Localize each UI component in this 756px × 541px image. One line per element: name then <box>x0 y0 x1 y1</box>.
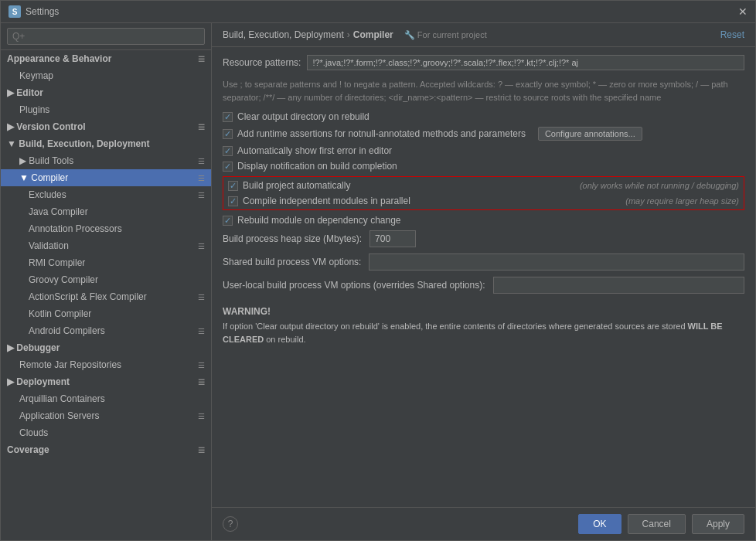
sidebar-item-groovy-compiler[interactable]: Groovy Compiler <box>1 271 211 288</box>
close-button[interactable]: ✕ <box>738 5 747 18</box>
display-notification-checkbox[interactable] <box>223 162 233 172</box>
actionscript-icon: ☰ <box>198 293 205 301</box>
user-local-vm-row: User-local build process VM options (ove… <box>223 277 744 294</box>
sidebar-item-build-execution[interactable]: ▼ Build, Execution, Deployment <box>1 135 211 152</box>
sidebar-item-rmi-compiler[interactable]: RMI Compiler <box>1 254 211 271</box>
resource-patterns-label: Resource patterns: <box>223 55 307 68</box>
show-first-error-checkbox[interactable] <box>223 146 233 156</box>
breadcrumb-project-label: 🔧 For current project <box>404 30 487 40</box>
warning-text: If option 'Clear output directory on reb… <box>223 320 744 345</box>
compile-parallel-checkbox[interactable] <box>228 196 238 206</box>
build-tools-icon: ☰ <box>198 157 205 165</box>
bottom-bar: ? OK Cancel Apply <box>212 507 755 540</box>
sidebar-item-arquillian[interactable]: Arquillian Containers <box>1 390 211 407</box>
heap-size-label: Build process heap size (Mbytes): <box>223 233 362 244</box>
main-content: Appearance & Behavior ☰ Keymap ▶ Editor … <box>1 23 755 540</box>
clear-output-row: Clear output directory on rebuild <box>223 111 744 122</box>
compile-parallel-row: Compile independent modules in parallel … <box>228 196 739 206</box>
warning-box: WARNING! If option 'Clear output directo… <box>223 300 744 352</box>
validation-icon: ☰ <box>198 242 205 250</box>
compile-parallel-label: Compile independent modules in parallel <box>243 196 410 206</box>
deployment-icon: ☰ <box>198 378 205 386</box>
titlebar: S Settings ✕ <box>1 1 755 23</box>
window-title: Settings <box>26 6 59 17</box>
build-automatically-note: (only works while not running / debuggin… <box>580 181 739 190</box>
sidebar-item-actionscript-compiler[interactable]: ActionScript & Flex Compiler ☰ <box>1 288 211 305</box>
sidebar-item-app-servers[interactable]: Application Servers ☰ <box>1 407 211 424</box>
settings-window: S Settings ✕ Appearance & Behavior ☰ Key… <box>0 0 756 541</box>
android-icon: ☰ <box>198 327 205 335</box>
warning-title: WARNING! <box>223 306 744 317</box>
help-text: Use ; to separate patterns and ! to nega… <box>223 77 744 105</box>
clear-output-label: Clear output directory on rebuild <box>237 111 369 122</box>
sidebar-item-appearance[interactable]: Appearance & Behavior ☰ <box>1 50 211 67</box>
breadcrumb-part2: Compiler <box>353 29 393 40</box>
appearance-icon: ☰ <box>198 55 205 63</box>
sidebar-item-android-compilers[interactable]: Android Compilers ☰ <box>1 322 211 339</box>
apply-button[interactable]: Apply <box>692 514 744 534</box>
breadcrumb-separator: › <box>347 29 350 40</box>
sidebar-item-build-tools[interactable]: ▶ Build Tools ☰ <box>1 152 211 169</box>
sidebar-item-annotation-processors[interactable]: Annotation Processors <box>1 220 211 237</box>
shared-vm-input[interactable] <box>369 253 744 270</box>
sidebar-item-version-control[interactable]: ▶ Version Control ☰ <box>1 118 211 135</box>
resource-patterns-input[interactable] <box>307 55 744 70</box>
help-button[interactable]: ? <box>223 516 238 532</box>
sidebar-item-clouds[interactable]: Clouds <box>1 424 211 441</box>
settings-panel: Build, Execution, Deployment › Compiler … <box>212 23 755 540</box>
show-first-error-label: Automatically show first error in editor <box>237 145 392 156</box>
sidebar-item-validation[interactable]: Validation ☰ <box>1 237 211 254</box>
add-runtime-checkbox[interactable] <box>223 129 233 139</box>
add-runtime-label: Add runtime assertions for notnull-annot… <box>237 128 526 139</box>
sidebar-item-editor[interactable]: ▶ Editor <box>1 84 211 101</box>
show-first-error-row: Automatically show first error in editor <box>223 145 744 156</box>
sidebar-item-debugger[interactable]: ▶ Debugger <box>1 339 211 356</box>
user-local-vm-input[interactable] <box>493 277 745 294</box>
build-automatically-checkbox[interactable] <box>228 181 238 191</box>
compile-parallel-note: (may require larger heap size) <box>625 196 739 206</box>
nav-list: Appearance & Behavior ☰ Keymap ▶ Editor … <box>1 50 211 540</box>
build-automatically-row: Build project automatically (only works … <box>228 180 739 191</box>
sidebar-item-remote-jar[interactable]: Remote Jar Repositories ☰ <box>1 356 211 373</box>
app-servers-icon: ☰ <box>198 412 205 420</box>
sidebar-item-keymap[interactable]: Keymap <box>1 67 211 84</box>
heap-size-row: Build process heap size (Mbytes): <box>223 230 744 247</box>
right-panel: Build, Execution, Deployment › Compiler … <box>212 23 755 507</box>
sidebar-item-compiler[interactable]: ▼ Compiler ☰ <box>1 169 211 186</box>
display-notification-label: Display notification on build completion <box>237 161 397 172</box>
resource-patterns-row: Resource patterns: <box>223 55 744 70</box>
build-automatically-label: Build project automatically <box>243 180 350 191</box>
compiler-icon: ☰ <box>198 174 205 182</box>
rebuild-module-row: Rebuild module on dependency change <box>223 215 744 226</box>
rebuild-module-label: Rebuild module on dependency change <box>237 215 401 226</box>
sidebar-item-plugins[interactable]: Plugins <box>1 101 211 118</box>
version-control-icon: ☰ <box>198 123 205 131</box>
sidebar-item-kotlin-compiler[interactable]: Kotlin Compiler <box>1 305 211 322</box>
display-notification-row: Display notification on build completion <box>223 161 744 172</box>
sidebar-item-java-compiler[interactable]: Java Compiler <box>1 203 211 220</box>
app-icon: S <box>9 5 21 18</box>
highlighted-section: Build project automatically (only works … <box>223 176 744 210</box>
search-box <box>1 23 211 50</box>
ok-button[interactable]: OK <box>578 514 621 534</box>
search-input[interactable] <box>7 28 205 45</box>
sidebar: Appearance & Behavior ☰ Keymap ▶ Editor … <box>1 23 212 540</box>
add-runtime-row: Add runtime assertions for notnull-annot… <box>223 127 744 141</box>
breadcrumb: Build, Execution, Deployment › Compiler … <box>212 23 755 47</box>
user-local-vm-label: User-local build process VM options (ove… <box>223 280 485 291</box>
rebuild-module-checkbox[interactable] <box>223 216 233 226</box>
shared-vm-row: Shared build process VM options: <box>223 253 744 270</box>
clear-output-checkbox[interactable] <box>223 112 233 122</box>
sidebar-item-coverage[interactable]: Coverage ☰ <box>1 441 211 458</box>
settings-body: Resource patterns: Use ; to separate pat… <box>212 47 755 507</box>
sidebar-item-deployment[interactable]: ▶ Deployment ☰ <box>1 373 211 390</box>
heap-size-input[interactable] <box>369 230 416 247</box>
sidebar-item-excludes[interactable]: Excludes ☰ <box>1 186 211 203</box>
shared-vm-label: Shared build process VM options: <box>223 257 361 267</box>
breadcrumb-part1: Build, Execution, Deployment <box>223 29 344 40</box>
excludes-icon: ☰ <box>198 191 205 199</box>
configure-annotations-button[interactable]: Configure annotations... <box>538 127 642 141</box>
cancel-button[interactable]: Cancel <box>628 514 686 534</box>
reset-link[interactable]: Reset <box>720 29 744 40</box>
coverage-icon: ☰ <box>198 446 205 454</box>
